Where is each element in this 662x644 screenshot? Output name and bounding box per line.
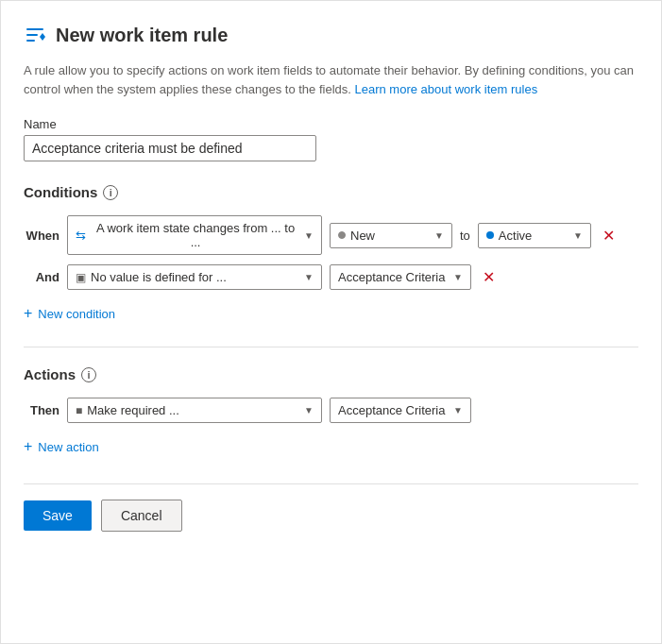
learn-more-link[interactable]: Learn more about work item rules (355, 82, 538, 96)
new-action-plus-icon: + (24, 438, 32, 455)
from-value-btn[interactable]: New ▼ (330, 223, 452, 248)
novalue-icon: ▣ (76, 271, 86, 284)
svg-marker-0 (40, 33, 45, 41)
from-chevron-icon: ▼ (434, 230, 444, 241)
and-condition-row: And ▣ No value is defined for ... ▼ Acce… (24, 264, 638, 290)
section-divider (24, 347, 638, 347)
conditions-info-icon[interactable]: i (103, 185, 118, 200)
cancel-button[interactable]: Cancel (101, 500, 182, 532)
new-condition-btn[interactable]: + New condition (24, 299, 115, 328)
arrows-icon: ⇆ (76, 229, 86, 243)
and-field-chevron-icon: ▼ (453, 272, 463, 282)
and-field-btn[interactable]: Acceptance Criteria ▼ (330, 264, 471, 290)
actions-title: Actions (24, 366, 76, 382)
when-dropdown-btn[interactable]: ⇆ A work item state changes from ... to … (67, 215, 322, 255)
when-condition-row: When ⇆ A work item state changes from ..… (24, 215, 638, 255)
then-chevron-icon: ▼ (304, 405, 314, 415)
name-input[interactable] (24, 135, 316, 161)
page-description: A rule allow you to specify actions on w… (24, 61, 638, 98)
actions-info-icon[interactable]: i (81, 367, 96, 382)
when-delete-btn[interactable]: ✕ (599, 225, 619, 246)
then-label: Then (24, 403, 59, 417)
then-action-row: Then ■ Make required ... ▼ Acceptance Cr… (24, 398, 638, 423)
when-label: When (24, 229, 59, 243)
save-button[interactable]: Save (24, 500, 92, 531)
when-chevron-icon: ▼ (304, 230, 314, 241)
rule-icon (24, 24, 46, 46)
makerequired-icon: ■ (76, 404, 82, 417)
conditions-title: Conditions (24, 184, 97, 200)
name-label: Name (24, 117, 638, 131)
page-title: New work item rule (56, 25, 228, 46)
new-action-btn[interactable]: + New action (24, 432, 99, 461)
to-chevron-icon: ▼ (573, 230, 583, 241)
to-label: to (460, 229, 470, 243)
and-label: And (24, 270, 59, 284)
to-value-btn[interactable]: Active ▼ (478, 223, 591, 248)
and-delete-btn[interactable]: ✕ (479, 266, 499, 288)
and-chevron-icon: ▼ (304, 272, 314, 282)
footer: Save Cancel (24, 483, 638, 532)
then-field-btn[interactable]: Acceptance Criteria ▼ (330, 398, 471, 423)
then-dropdown-btn[interactable]: ■ Make required ... ▼ (67, 398, 322, 423)
active-status-dot (486, 231, 494, 239)
and-dropdown-btn[interactable]: ▣ No value is defined for ... ▼ (67, 264, 322, 290)
new-condition-plus-icon: + (24, 305, 32, 322)
then-field-chevron-icon: ▼ (453, 405, 463, 415)
new-status-dot (338, 231, 346, 239)
